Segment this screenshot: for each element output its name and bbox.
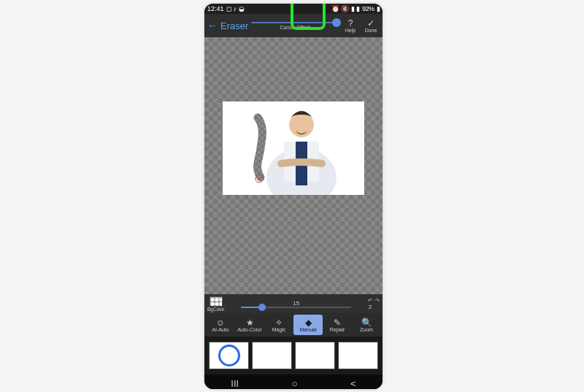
tool-magic[interactable]: ✧ Magic bbox=[264, 315, 293, 335]
photo bbox=[223, 101, 364, 195]
status-bar: 12:41 ◻ ♪ ◒ ⏰ 🔇 ▮ ▮ 92% ▮ bbox=[204, 4, 383, 14]
tool-manual[interactable]: ◆ Manual bbox=[293, 315, 323, 335]
person-icon: ☺ bbox=[216, 318, 225, 327]
signal-1-icon: ▮ bbox=[351, 5, 355, 12]
magnifier-icon: 🔍 bbox=[361, 318, 372, 327]
star-icon: ★ bbox=[246, 318, 254, 327]
undo-button[interactable]: ↶ 2 bbox=[368, 298, 372, 310]
gallery-icon: ◻ bbox=[226, 5, 231, 12]
thumbnails bbox=[204, 337, 383, 374]
size-slider[interactable]: 15 bbox=[227, 300, 365, 308]
check-icon: ✓ bbox=[367, 19, 374, 28]
thumbnail-3[interactable] bbox=[295, 342, 335, 369]
tool-zoom[interactable]: 🔍 Zoom bbox=[352, 315, 381, 335]
messenger-icon: ◒ bbox=[239, 5, 245, 12]
help-button[interactable]: ? Help bbox=[342, 19, 359, 33]
tool-auto-color[interactable]: ★ Auto-Color bbox=[235, 315, 264, 335]
thumbnail-2[interactable] bbox=[252, 342, 292, 369]
phone-frame: 12:41 ◻ ♪ ◒ ⏰ 🔇 ▮ ▮ 92% ▮ ← Eraser Curso… bbox=[204, 4, 383, 389]
bgcolor-button[interactable]: BgColor bbox=[207, 296, 224, 312]
back-button[interactable]: < bbox=[350, 378, 356, 389]
battery-icon: ▮ bbox=[377, 5, 380, 12]
undo-icon: ↶ bbox=[368, 298, 372, 304]
tool-repair[interactable]: ✎ Repair bbox=[323, 315, 352, 335]
done-button[interactable]: ✓ Done bbox=[362, 19, 380, 33]
tiktok-icon: ♪ bbox=[234, 5, 237, 12]
home-button[interactable]: ○ bbox=[292, 378, 298, 389]
svg-point-3 bbox=[289, 112, 314, 137]
eraser-icon: ◆ bbox=[305, 318, 312, 327]
checker-icon bbox=[210, 296, 223, 307]
help-icon: ? bbox=[348, 19, 353, 28]
tool-ai-auto[interactable]: ☺ AI-Auto bbox=[206, 315, 235, 335]
cursor-indicator bbox=[291, 249, 293, 251]
redo-icon: ↷ bbox=[375, 298, 380, 304]
canvas[interactable] bbox=[204, 37, 383, 294]
recents-button[interactable]: III bbox=[231, 378, 239, 389]
battery-pct: 92% bbox=[362, 5, 374, 12]
signal-2-icon: ▮ bbox=[356, 5, 360, 12]
tool-title: Eraser bbox=[220, 20, 248, 31]
wand-icon: ✧ bbox=[275, 318, 283, 327]
clock: 12:41 bbox=[207, 5, 224, 12]
thumbnail-1[interactable] bbox=[209, 342, 249, 369]
alarm-icon: ⏰ bbox=[331, 5, 339, 12]
thumbnail-4[interactable] bbox=[338, 342, 378, 369]
top-bar: ← Eraser Cursor Offset ? Help ✓ Done bbox=[204, 14, 383, 37]
tool-strip: ☺ AI-Auto ★ Auto-Color ✧ Magic ◆ Manual … bbox=[204, 313, 383, 337]
cursor-offset-label: Cursor Offset bbox=[280, 25, 310, 30]
brush-icon: ✎ bbox=[334, 318, 341, 327]
mute-icon: 🔇 bbox=[341, 5, 349, 12]
redo-button[interactable]: ↷ bbox=[375, 298, 380, 310]
back-arrow-icon[interactable]: ← bbox=[207, 20, 218, 31]
size-value: 15 bbox=[293, 300, 299, 307]
undo-count: 2 bbox=[369, 304, 372, 310]
cursor-offset-slider[interactable]: Cursor Offset bbox=[251, 22, 339, 30]
android-nav-bar: III ○ < bbox=[204, 374, 383, 389]
size-strip: BgColor 15 ↶ 2 ↷ bbox=[204, 294, 383, 313]
